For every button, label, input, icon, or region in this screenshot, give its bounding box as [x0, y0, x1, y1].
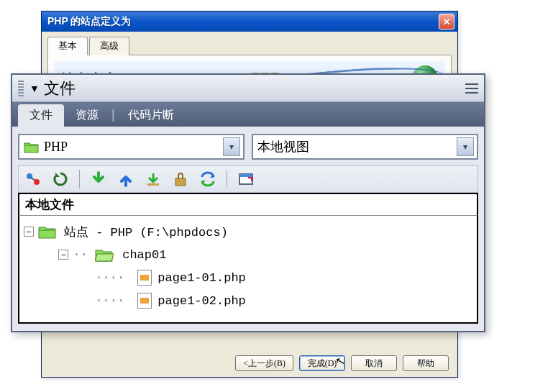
- dialog-button-row: <上一步(B) 完成(D) 取消 帮助 ↖: [235, 355, 449, 371]
- tree-root-label: 站点 - PHP (F:\phpdocs): [64, 224, 228, 240]
- dialog-title: PHP 的站点定义为: [47, 15, 439, 28]
- panel-header[interactable]: ▼ 文件: [12, 75, 484, 102]
- collapse-toggle[interactable]: −: [58, 250, 68, 260]
- file-tree: − 站点 - PHP (F:\phpdocs) − ·· chap01: [18, 216, 478, 324]
- list-column-header[interactable]: 本地文件: [18, 193, 478, 216]
- chevron-down-icon[interactable]: ▾: [457, 137, 474, 156]
- collapse-icon[interactable]: ▼: [29, 83, 40, 94]
- checkin-icon[interactable]: [170, 169, 191, 189]
- expand-view-icon[interactable]: [236, 169, 256, 189]
- collapse-toggle[interactable]: −: [24, 227, 34, 237]
- files-toolbar: [18, 165, 478, 193]
- tree-file[interactable]: ···· page1-02.php: [58, 289, 472, 312]
- panel-top-tabs: 文件 资源 | 代码片断: [12, 102, 484, 127]
- tab-basic[interactable]: 基本: [47, 37, 88, 55]
- tab-files[interactable]: 文件: [18, 104, 64, 127]
- tree-root[interactable]: − 站点 - PHP (F:\phpdocs): [24, 220, 472, 243]
- view-select-value: 本地视图: [257, 138, 457, 155]
- panel-title: 文件: [44, 78, 465, 99]
- dialog-titlebar[interactable]: PHP 的站点定义为 ✕: [42, 12, 457, 32]
- tree-file[interactable]: ···· page1-01.php: [58, 266, 472, 289]
- panel-menu-icon[interactable]: [465, 83, 478, 94]
- folder-open-icon: [95, 247, 114, 262]
- cancel-button[interactable]: 取消: [351, 355, 397, 371]
- sync-icon[interactable]: [198, 169, 218, 189]
- prev-button[interactable]: <上一步(B): [235, 355, 293, 371]
- tree-file-label: page1-02.php: [157, 294, 245, 308]
- tab-assets[interactable]: 资源: [64, 104, 110, 127]
- svg-rect-6: [239, 174, 252, 177]
- help-button[interactable]: 帮助: [403, 355, 449, 371]
- close-icon[interactable]: ✕: [439, 14, 454, 29]
- tab-advanced[interactable]: 高级: [89, 37, 129, 55]
- file-icon: [137, 270, 152, 286]
- dialog-tabs: 基本 高级: [47, 36, 452, 55]
- site-select[interactable]: PHP ▾: [18, 134, 244, 160]
- site-select-value: PHP: [44, 140, 223, 155]
- tree-folder[interactable]: − ·· chap01: [44, 243, 472, 266]
- files-panel: ▼ 文件 文件 资源 | 代码片断 PHP ▾ 本地视图 ▾: [11, 73, 485, 332]
- svg-rect-4: [175, 178, 186, 186]
- download-icon[interactable]: [88, 169, 109, 189]
- folder-icon: [24, 140, 40, 153]
- checkout-icon[interactable]: [143, 169, 163, 189]
- view-select[interactable]: 本地视图 ▾: [252, 134, 478, 160]
- tab-snippets[interactable]: 代码片断: [116, 104, 186, 127]
- tree-folder-label: chap01: [122, 248, 166, 262]
- chevron-down-icon[interactable]: ▾: [223, 137, 240, 156]
- tree-file-label: page1-01.php: [157, 271, 245, 285]
- refresh-icon[interactable]: [50, 169, 70, 189]
- grip-icon[interactable]: [18, 81, 24, 96]
- svg-rect-3: [147, 183, 159, 186]
- svg-line-2: [31, 178, 35, 181]
- file-icon: [137, 293, 152, 309]
- connect-icon[interactable]: [23, 169, 43, 189]
- folder-icon: [38, 224, 57, 239]
- upload-icon[interactable]: [116, 169, 136, 189]
